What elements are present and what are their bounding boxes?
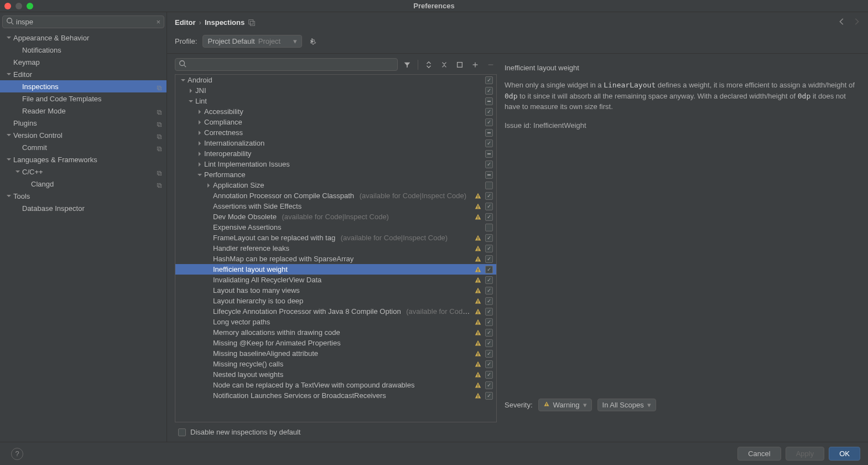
inspection-checkbox[interactable] — [485, 140, 493, 147]
inspection-row[interactable]: Application Size — [175, 180, 496, 190]
inspection-checkbox[interactable] — [485, 76, 493, 84]
inspection-row[interactable]: Correctness — [175, 127, 496, 138]
inspection-checkbox[interactable] — [485, 150, 493, 158]
clear-search-icon[interactable]: × — [156, 18, 160, 26]
expand-all-icon[interactable] — [423, 59, 435, 71]
settings-search-input[interactable] — [16, 18, 156, 26]
inspection-row[interactable]: Nested layout weights — [175, 369, 496, 380]
scope-dropdown[interactable]: In All Scopes ▾ — [597, 399, 656, 411]
inspection-row[interactable]: Handler reference leaks — [175, 243, 496, 254]
sidebar-item[interactable]: Clangd — [0, 178, 167, 190]
collapse-all-icon[interactable] — [438, 59, 450, 71]
inspection-checkbox[interactable] — [485, 161, 493, 168]
inspection-row[interactable]: JNI — [175, 85, 496, 96]
inspection-row[interactable]: Invalidating All RecyclerView Data — [175, 275, 496, 285]
inspection-checkbox[interactable] — [485, 381, 493, 389]
apply-button[interactable]: Apply — [786, 447, 825, 461]
sidebar-item[interactable]: Inspections — [0, 80, 167, 92]
sidebar-item[interactable]: Plugins — [0, 117, 167, 129]
minimize-window-button[interactable] — [15, 3, 22, 9]
maximize-window-button[interactable] — [27, 3, 33, 9]
inspection-row[interactable]: Lifecycle Annotation Processor with Java… — [175, 306, 496, 317]
inspection-checkbox[interactable] — [485, 182, 493, 189]
inspection-row[interactable]: Compliance — [175, 117, 496, 127]
inspection-search[interactable] — [175, 58, 398, 71]
inspection-row[interactable]: HashMap can be replaced with SparseArray — [175, 254, 496, 264]
inspection-row[interactable]: Lint Implementation Issues — [175, 159, 496, 169]
filter-icon[interactable] — [401, 59, 413, 71]
inspection-checkbox[interactable] — [485, 203, 493, 210]
profile-dropdown[interactable]: Project Default Project ▾ — [202, 35, 302, 48]
gear-icon[interactable] — [308, 37, 316, 46]
settings-tree[interactable]: Appearance & BehaviorNotificationsKeymap… — [0, 32, 167, 442]
inspection-checkbox[interactable] — [485, 350, 493, 358]
inspection-row[interactable]: Layout hierarchy is too deep — [175, 296, 496, 306]
inspection-checkbox[interactable] — [485, 171, 493, 179]
sidebar-item[interactable]: Database Inspector — [0, 202, 167, 214]
sidebar-item[interactable]: Commit — [0, 141, 167, 153]
inspection-row[interactable]: Expensive Assertions — [175, 222, 496, 232]
inspection-checkbox[interactable] — [485, 371, 493, 379]
inspection-row[interactable]: Node can be replaced by a TextView with … — [175, 380, 496, 390]
sidebar-item[interactable]: File and Code Templates — [0, 92, 167, 105]
cancel-button[interactable]: Cancel — [737, 447, 781, 461]
inspection-checkbox[interactable] — [485, 287, 493, 294]
inspection-row[interactable]: Interoperability — [175, 148, 496, 159]
inspection-tree[interactable]: AndroidJNILintAccessibilityComplianceCor… — [175, 74, 497, 422]
inspection-row[interactable]: Layout has too many views — [175, 285, 496, 296]
inspection-checkbox[interactable] — [485, 234, 493, 242]
inspection-row[interactable]: Assertions with Side Effects — [175, 201, 496, 211]
inspection-checkbox[interactable] — [485, 392, 493, 400]
settings-search[interactable]: × — [2, 16, 164, 28]
inspection-search-input[interactable] — [189, 60, 394, 69]
inspection-checkbox[interactable] — [485, 87, 493, 95]
inspection-row[interactable]: Missing @Keep for Animated Properties — [175, 338, 496, 348]
inspection-row[interactable]: Long vector paths — [175, 317, 496, 327]
inspection-checkbox[interactable] — [485, 192, 493, 200]
sidebar-item[interactable]: Keymap — [0, 56, 167, 68]
disable-new-inspections-checkbox[interactable] — [178, 428, 186, 436]
inspection-checkbox[interactable] — [485, 360, 493, 368]
sidebar-item[interactable]: Editor — [0, 68, 167, 80]
inspection-checkbox[interactable] — [485, 224, 493, 231]
inspection-row[interactable]: Notification Launches Services or Broadc… — [175, 390, 496, 401]
sidebar-item[interactable]: Version Control — [0, 129, 167, 141]
inspection-checkbox[interactable] — [485, 213, 493, 221]
inspection-row[interactable]: Performance — [175, 169, 496, 180]
inspection-row[interactable]: Accessibility — [175, 106, 496, 117]
inspection-row[interactable]: Memory allocations within drawing code — [175, 327, 496, 338]
sidebar-item[interactable]: C/C++ — [0, 166, 167, 178]
sidebar-item[interactable]: Reader Mode — [0, 105, 167, 117]
inspection-checkbox[interactable] — [485, 318, 493, 326]
inspection-checkbox[interactable] — [485, 339, 493, 347]
sidebar-item[interactable]: Tools — [0, 190, 167, 202]
inspection-row[interactable]: Lint — [175, 96, 496, 106]
inspection-checkbox[interactable] — [485, 297, 493, 305]
remove-icon[interactable] — [485, 59, 497, 71]
inspection-row[interactable]: Annotation Processor on Compile Classpat… — [175, 190, 496, 201]
reset-icon[interactable] — [454, 59, 466, 71]
inspection-row[interactable]: Dev Mode Obsolete (available for Code|In… — [175, 211, 496, 222]
inspection-row[interactable]: Android — [175, 75, 496, 85]
inspection-checkbox[interactable] — [485, 118, 493, 126]
inspection-row[interactable]: Missing baselineAligned attribute — [175, 348, 496, 359]
sidebar-item[interactable]: Languages & Frameworks — [0, 153, 167, 166]
nav-back-icon[interactable] — [838, 18, 846, 27]
add-icon[interactable] — [469, 59, 481, 71]
inspection-checkbox[interactable] — [485, 108, 493, 116]
inspection-row[interactable]: Inefficient layout weight — [175, 264, 496, 275]
inspection-checkbox[interactable] — [485, 245, 493, 252]
inspection-checkbox[interactable] — [485, 129, 493, 137]
help-button[interactable]: ? — [11, 448, 23, 460]
inspection-checkbox[interactable] — [485, 266, 493, 273]
inspection-checkbox[interactable] — [485, 308, 493, 316]
sidebar-item[interactable]: Appearance & Behavior — [0, 32, 167, 44]
severity-dropdown[interactable]: Warning ▾ — [538, 399, 592, 411]
sidebar-item[interactable]: Notifications — [0, 44, 167, 56]
inspection-checkbox[interactable] — [485, 97, 493, 105]
close-window-button[interactable] — [4, 3, 11, 9]
inspection-checkbox[interactable] — [485, 276, 493, 284]
breadcrumb-root[interactable]: Editor — [175, 18, 196, 27]
inspection-row[interactable]: Missing recycle() calls — [175, 359, 496, 369]
ok-button[interactable]: OK — [829, 447, 860, 461]
